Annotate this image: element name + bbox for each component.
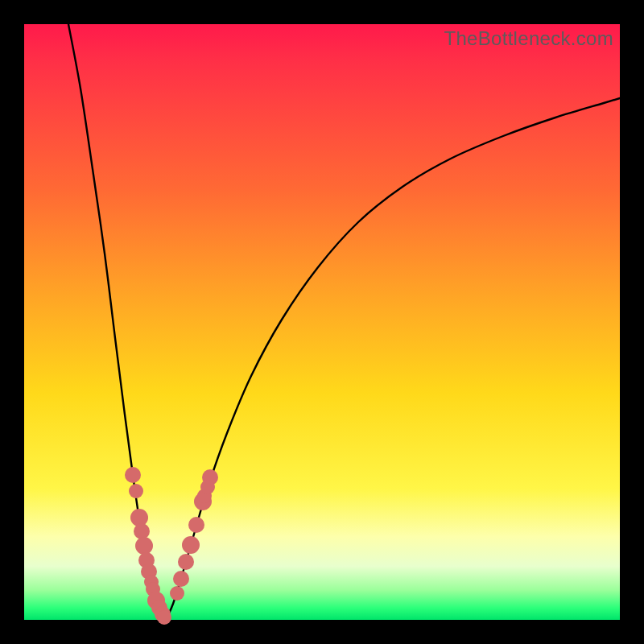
marker-dot	[178, 554, 194, 570]
marker-dot	[188, 517, 204, 533]
bottleneck-curve-svg	[24, 24, 620, 620]
marker-dot	[134, 523, 150, 539]
marker-dot	[170, 586, 184, 601]
marker-dot	[157, 610, 171, 625]
plot-area: TheBottleneck.com	[24, 24, 620, 620]
marker-dot	[182, 536, 200, 554]
marker-group	[125, 467, 218, 625]
chart-frame: TheBottleneck.com	[0, 0, 644, 644]
curve-right-branch	[166, 98, 620, 620]
marker-dot	[129, 484, 143, 498]
marker-dot	[125, 467, 141, 483]
curve-left-branch	[68, 24, 166, 620]
marker-dot	[135, 537, 153, 555]
marker-dot	[200, 480, 215, 494]
marker-dot	[173, 571, 189, 587]
